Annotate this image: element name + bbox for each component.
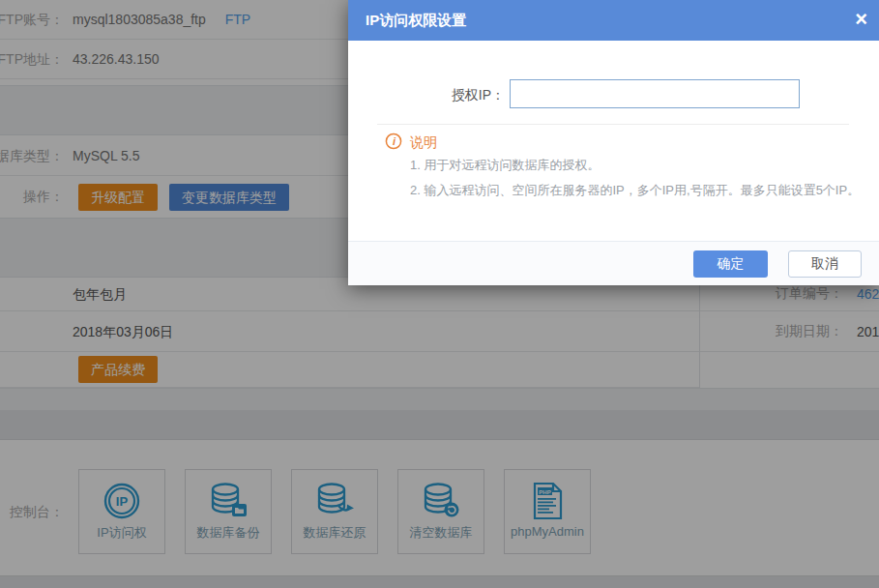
note-title: 说明 (410, 134, 437, 152)
cancel-button[interactable]: 取消 (788, 250, 862, 278)
auth-ip-label: 授权IP： (452, 87, 505, 104)
info-icon: i (385, 132, 402, 154)
dialog-footer: 确定 取消 (348, 241, 879, 285)
dialog-header: IP访问权限设置 × (348, 0, 879, 41)
dialog-divider (377, 124, 849, 125)
note-line-2: 2. 输入远程访问、空间所在服务器的IP，多个IP用,号隔开。最多只能设置5个I… (410, 182, 860, 199)
close-icon[interactable]: × (855, 0, 867, 39)
auth-ip-input[interactable] (510, 79, 800, 108)
svg-text:i: i (393, 135, 396, 147)
note-line-1: 1. 用于对远程访问数据库的授权。 (410, 157, 600, 174)
confirm-button[interactable]: 确定 (693, 250, 768, 278)
app-root: 库FTP账号： mysql1803085a38_ftp FTP 库FTP地址： … (0, 0, 879, 588)
dialog-title: IP访问权限设置 (366, 0, 466, 41)
ip-access-settings-dialog: IP访问权限设置 × 授权IP： i 说明 1. 用于对远程访问数据库的授权。 … (348, 0, 879, 285)
